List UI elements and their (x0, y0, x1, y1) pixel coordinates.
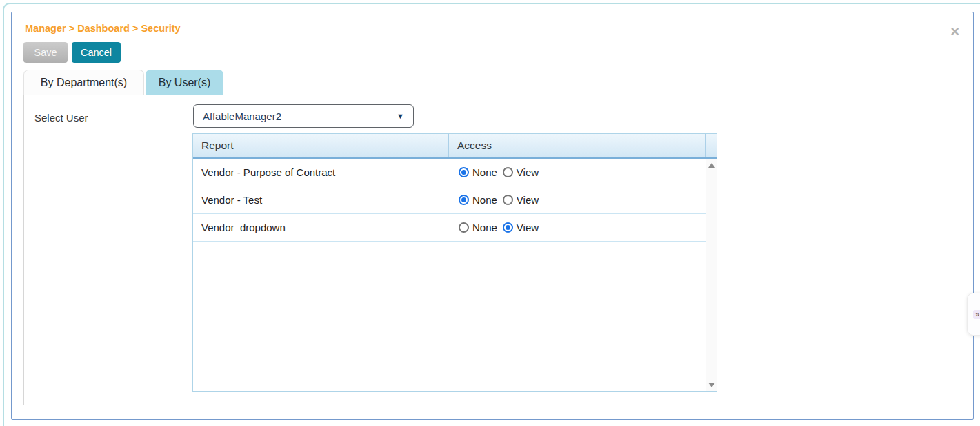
table-row: Vendor - TestNoneView (193, 186, 706, 214)
radio-selected-icon[interactable] (459, 195, 469, 205)
access-option-view[interactable]: View (503, 222, 539, 233)
report-column-header: Report (193, 134, 449, 157)
user-select-dropdown[interactable]: AffableManager2 ▼ (193, 104, 414, 128)
radio-selected-icon[interactable] (503, 222, 513, 233)
page: { "breadcrumb": { "text": "Manager > Das… (0, 0, 980, 426)
selected-user-value: AffableManager2 (203, 110, 397, 122)
access-option-label: None (472, 222, 497, 233)
access-option-label: None (472, 166, 497, 178)
vertical-scrollbar[interactable] (706, 159, 717, 391)
table-header-row: Report Access (193, 134, 717, 159)
report-cell: Vendor - Purpose of Contract (193, 166, 449, 178)
table-row: Vendor - Purpose of ContractNoneView (193, 159, 706, 186)
report-cell: Vendor - Test (193, 194, 449, 206)
scroll-down-icon[interactable] (708, 383, 715, 387)
report-cell: Vendor_dropdown (193, 222, 449, 233)
select-user-label: Select User (34, 112, 88, 124)
access-cell: NoneView (449, 166, 544, 178)
tab-content-panel: Select User AffableManager2 ▼ Report Acc… (23, 95, 961, 405)
breadcrumb: Manager > Dashboard > Security (25, 23, 181, 34)
tab-by-users[interactable]: By User(s) (146, 70, 223, 95)
access-option-label: None (472, 194, 497, 206)
access-cell: NoneView (449, 194, 544, 206)
access-column-header: Access (449, 134, 706, 157)
radio-unselected-icon[interactable] (459, 222, 469, 233)
access-cell: NoneView (449, 222, 544, 233)
side-panel-toggle[interactable]: » (967, 293, 980, 336)
close-icon[interactable]: × (950, 24, 959, 39)
cancel-button[interactable]: Cancel (72, 42, 121, 63)
double-chevron-right-icon: » (973, 310, 980, 319)
access-option-label: View (517, 194, 539, 206)
report-access-table: Report Access Vendor - Purpose of Contra… (192, 133, 717, 392)
access-option-none[interactable]: None (459, 194, 497, 206)
security-dialog: × Manager > Dashboard > Security Save Ca… (11, 12, 974, 420)
access-option-view[interactable]: View (503, 194, 539, 206)
table-row: Vendor_dropdownNoneView (193, 214, 706, 242)
radio-selected-icon[interactable] (459, 167, 469, 177)
radio-unselected-icon[interactable] (503, 167, 513, 177)
scroll-up-icon[interactable] (708, 163, 715, 168)
table-body: Vendor - Purpose of ContractNoneViewVend… (193, 159, 717, 391)
access-option-label: View (517, 222, 539, 233)
chevron-down-icon: ▼ (397, 112, 404, 120)
scrollbar-header-spacer (706, 134, 717, 157)
radio-unselected-icon[interactable] (503, 195, 513, 205)
access-option-none[interactable]: None (459, 166, 497, 178)
access-option-label: View (517, 166, 539, 178)
tab-by-departments[interactable]: By Department(s) (23, 70, 144, 95)
access-option-view[interactable]: View (503, 166, 539, 178)
access-option-none[interactable]: None (459, 222, 497, 233)
tab-bar: By Department(s) By User(s) (23, 70, 223, 95)
save-button[interactable]: Save (23, 42, 68, 63)
